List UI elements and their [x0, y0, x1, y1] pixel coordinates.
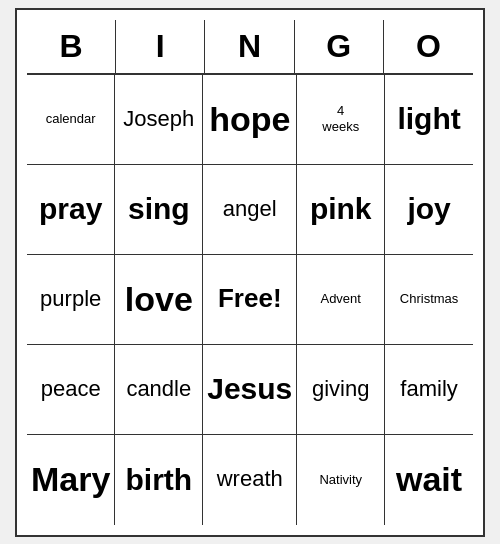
- header-letter: N: [205, 20, 294, 73]
- bingo-cell: hope: [203, 75, 297, 165]
- bingo-cell: family: [385, 345, 473, 435]
- cell-text: Mary: [31, 459, 110, 500]
- header-letter: O: [384, 20, 473, 73]
- cell-text: purple: [40, 286, 101, 312]
- cell-text: candle: [126, 376, 191, 402]
- cell-text: giving: [312, 376, 369, 402]
- bingo-cell: light: [385, 75, 473, 165]
- bingo-cell: purple: [27, 255, 115, 345]
- bingo-cell: Free!: [203, 255, 297, 345]
- bingo-cell: love: [115, 255, 203, 345]
- header-letter: G: [295, 20, 384, 73]
- cell-text: pink: [310, 191, 372, 227]
- cell-text: wreath: [217, 466, 283, 492]
- bingo-cell: birth: [115, 435, 203, 525]
- cell-text: Free!: [218, 283, 282, 314]
- cell-text: Nativity: [319, 472, 362, 488]
- cell-text: peace: [41, 376, 101, 402]
- cell-text: hope: [209, 99, 290, 140]
- cell-text: joy: [407, 191, 450, 227]
- cell-text: Advent: [320, 291, 360, 307]
- header-letter: I: [116, 20, 205, 73]
- bingo-cell: Nativity: [297, 435, 385, 525]
- bingo-cell: joy: [385, 165, 473, 255]
- cell-text: Jesus: [207, 371, 292, 407]
- cell-text: calendar: [46, 111, 96, 127]
- bingo-cell: Joseph: [115, 75, 203, 165]
- bingo-grid: calendarJosephhope4weekslightpraysingang…: [27, 75, 473, 525]
- cell-text: wait: [396, 459, 462, 500]
- cell-text: light: [397, 101, 460, 137]
- cell-text: pray: [39, 191, 102, 227]
- cell-text: love: [125, 279, 193, 320]
- cell-text: angel: [223, 196, 277, 222]
- header-letter: B: [27, 20, 116, 73]
- bingo-header: BINGO: [27, 20, 473, 75]
- bingo-cell: Advent: [297, 255, 385, 345]
- bingo-cell: pink: [297, 165, 385, 255]
- bingo-cell: 4weeks: [297, 75, 385, 165]
- cell-text: family: [400, 376, 457, 402]
- bingo-cell: candle: [115, 345, 203, 435]
- bingo-cell: sing: [115, 165, 203, 255]
- bingo-cell: Christmas: [385, 255, 473, 345]
- cell-text: sing: [128, 191, 190, 227]
- bingo-cell: Jesus: [203, 345, 297, 435]
- bingo-cell: giving: [297, 345, 385, 435]
- bingo-cell: Mary: [27, 435, 115, 525]
- bingo-cell: pray: [27, 165, 115, 255]
- cell-text: 4weeks: [322, 103, 359, 134]
- cell-text: Christmas: [400, 291, 459, 307]
- bingo-cell: angel: [203, 165, 297, 255]
- bingo-cell: calendar: [27, 75, 115, 165]
- bingo-cell: peace: [27, 345, 115, 435]
- bingo-cell: wait: [385, 435, 473, 525]
- cell-text: birth: [125, 462, 192, 498]
- cell-text: Joseph: [123, 106, 194, 132]
- bingo-card: BINGO calendarJosephhope4weekslightprays…: [15, 8, 485, 537]
- bingo-cell: wreath: [203, 435, 297, 525]
